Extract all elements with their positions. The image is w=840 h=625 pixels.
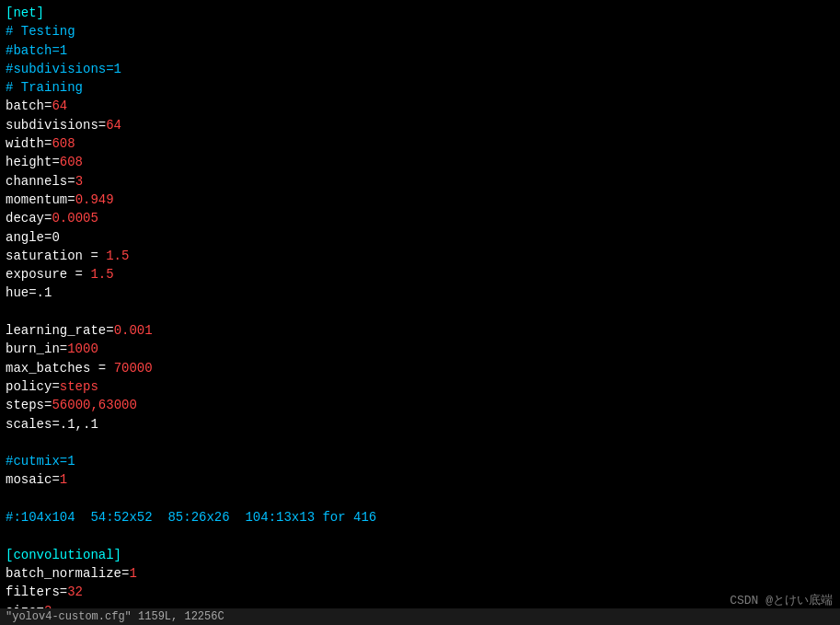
terminal-line: scales=.1,.1 (6, 415, 834, 434)
terminal-line: angle=0 (6, 228, 834, 247)
terminal-line: momentum=0.949 (6, 191, 834, 209)
terminal-line: subdivisions=64 (6, 116, 834, 134)
terminal: [net]# Testing#batch=1#subdivisions=1# T… (0, 0, 840, 625)
terminal-line: #batch=1 (6, 41, 834, 60)
terminal-line: decay=0.0005 (6, 209, 834, 227)
terminal-line: exposure = 1.5 (6, 265, 834, 284)
terminal-line: steps=56000,63000 (6, 396, 834, 414)
terminal-line: height=608 (6, 153, 834, 171)
terminal-line: hue=.1 (6, 284, 834, 302)
terminal-line: [convolutional] (6, 546, 834, 564)
watermark: CSDN @とけい底端 (730, 592, 833, 608)
terminal-line: batch=64 (6, 97, 834, 115)
terminal-line: batch_normalize=1 (6, 564, 834, 583)
terminal-line: #subdivisions=1 (6, 60, 834, 78)
terminal-line: burn_in=1000 (6, 340, 834, 358)
terminal-line (6, 490, 834, 508)
terminal-line: #cutmix=1 (6, 452, 834, 470)
terminal-line: channels=3 (6, 172, 834, 191)
terminal-line (6, 527, 834, 545)
terminal-line: width=608 (6, 134, 834, 153)
terminal-line: saturation = 1.5 (6, 247, 834, 265)
terminal-line: # Training (6, 78, 834, 97)
terminal-line (6, 434, 834, 452)
terminal-line: max_batches = 70000 (6, 359, 834, 377)
terminal-line: policy=steps (6, 377, 834, 396)
terminal-line: [net] (6, 4, 834, 22)
terminal-line: #:104x104 54:52x52 85:26x26 104:13x13 fo… (6, 508, 834, 527)
terminal-line: filters=32 (6, 583, 834, 601)
terminal-line: # Testing (6, 22, 834, 41)
terminal-line: learning_rate=0.001 (6, 321, 834, 340)
terminal-line: mosaic=1 (6, 470, 834, 489)
terminal-line (6, 303, 834, 321)
status-bar: "yolov4-custom.cfg" 1159L, 12256C (0, 608, 840, 625)
